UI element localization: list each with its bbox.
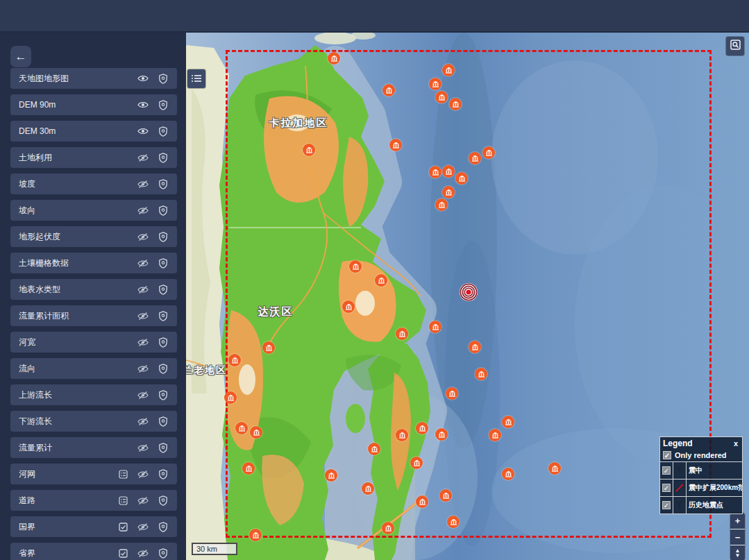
eye-off-icon[interactable] xyxy=(137,416,149,427)
pin-shield-icon[interactable] xyxy=(158,178,169,189)
earthquake-marker[interactable] xyxy=(342,300,355,313)
layer-row[interactable]: 国界 xyxy=(10,516,177,537)
earthquake-marker[interactable] xyxy=(469,152,481,164)
eye-off-icon[interactable] xyxy=(137,468,149,480)
box-zoom-button[interactable] xyxy=(726,37,744,56)
earthquake-marker[interactable] xyxy=(502,416,514,428)
eye-off-icon[interactable] xyxy=(137,337,149,348)
pin-shield-icon[interactable] xyxy=(158,284,169,295)
pin-shield-icon[interactable] xyxy=(158,389,169,400)
pin-shield-icon[interactable] xyxy=(158,416,169,427)
legend-close-icon[interactable]: x xyxy=(732,439,739,448)
layer-row[interactable]: 道路 xyxy=(10,490,177,511)
earthquake-marker[interactable] xyxy=(548,462,561,475)
earthquake-marker[interactable] xyxy=(228,354,241,366)
pin-shield-icon[interactable] xyxy=(158,521,169,532)
layer-row[interactable]: 省界 xyxy=(10,543,177,560)
earthquake-marker[interactable] xyxy=(435,91,448,103)
eye-off-icon[interactable] xyxy=(137,442,149,453)
layer-row[interactable]: DEM 30m xyxy=(10,121,177,142)
style-toggle-icon[interactable] xyxy=(117,495,128,506)
earthquake-marker[interactable] xyxy=(455,172,468,185)
earthquake-marker[interactable] xyxy=(368,443,380,455)
earthquake-marker[interactable] xyxy=(449,98,462,110)
earthquake-marker[interactable] xyxy=(416,422,428,434)
earthquake-marker[interactable] xyxy=(416,495,428,508)
layer-row[interactable]: 流量累计 xyxy=(10,437,177,458)
pin-shield-icon[interactable] xyxy=(158,363,169,374)
pin-shield-icon[interactable] xyxy=(158,205,169,216)
layer-row[interactable]: 上游流长 xyxy=(10,384,177,405)
epicenter-marker[interactable] xyxy=(458,282,479,305)
zoom-out-button[interactable]: − xyxy=(730,529,745,545)
eye-off-icon[interactable] xyxy=(137,231,149,242)
pin-shield-icon[interactable] xyxy=(158,495,169,506)
earthquake-marker[interactable] xyxy=(375,274,387,287)
style-toggle-icon[interactable] xyxy=(117,468,128,480)
map-viewport[interactable]: 卡拉加地区达沃区兰老地区 xyxy=(186,33,749,560)
pin-shield-icon[interactable] xyxy=(158,442,169,453)
earthquake-marker[interactable] xyxy=(482,146,495,159)
earthquake-marker[interactable] xyxy=(224,391,237,404)
zoom-in-button[interactable]: + xyxy=(730,513,745,529)
earthquake-marker[interactable] xyxy=(235,422,248,434)
earthquake-marker[interactable] xyxy=(502,468,514,480)
pin-shield-icon[interactable] xyxy=(158,310,169,321)
layer-row[interactable]: 河网 xyxy=(10,464,177,484)
eye-off-icon[interactable] xyxy=(137,363,149,374)
earthquake-marker[interactable] xyxy=(250,426,262,439)
earthquake-marker[interactable] xyxy=(303,144,315,156)
earthquake-marker[interactable] xyxy=(325,469,337,482)
eye-off-icon[interactable] xyxy=(137,548,149,559)
earthquake-marker[interactable] xyxy=(446,387,458,400)
earthquake-marker[interactable] xyxy=(410,457,423,469)
layer-row[interactable]: 地表水类型 xyxy=(10,279,177,300)
legend-row-checkbox[interactable]: ✓ xyxy=(662,501,671,509)
earthquake-marker[interactable] xyxy=(447,516,460,528)
pin-shield-icon[interactable] xyxy=(158,99,169,110)
earthquake-marker[interactable] xyxy=(328,52,340,65)
earthquake-marker[interactable] xyxy=(439,489,452,502)
layer-row[interactable]: 下游流长 xyxy=(10,411,177,432)
earthquake-marker[interactable] xyxy=(429,166,441,178)
earthquake-marker[interactable] xyxy=(389,139,402,151)
layer-row[interactable]: 地形起伏度 xyxy=(10,226,177,247)
earthquake-marker[interactable] xyxy=(442,165,455,178)
eye-off-icon[interactable] xyxy=(137,389,149,400)
earthquake-marker[interactable] xyxy=(442,64,455,76)
layer-row[interactable]: 流量累计面积 xyxy=(10,305,177,326)
earthquake-marker[interactable] xyxy=(349,260,362,273)
eye-icon[interactable] xyxy=(137,73,149,84)
back-button[interactable]: ← xyxy=(10,46,31,67)
pin-shield-icon[interactable] xyxy=(158,231,169,242)
earthquake-marker[interactable] xyxy=(489,429,501,441)
earthquake-marker[interactable] xyxy=(429,321,441,333)
layer-row[interactable]: 土地利用 xyxy=(10,147,177,168)
earthquake-marker[interactable] xyxy=(429,78,441,90)
earthquake-marker[interactable] xyxy=(469,341,481,353)
earthquake-marker[interactable] xyxy=(362,482,374,495)
earthquake-marker[interactable] xyxy=(396,429,408,441)
style-toggle-icon[interactable] xyxy=(117,521,128,532)
earthquake-marker[interactable] xyxy=(242,462,255,475)
legend-toggle-button[interactable] xyxy=(187,69,205,88)
earthquake-marker[interactable] xyxy=(382,84,395,96)
eye-icon[interactable] xyxy=(137,99,149,110)
eye-off-icon[interactable] xyxy=(137,495,149,506)
pin-shield-icon[interactable] xyxy=(158,548,169,559)
legend-row-checkbox[interactable]: ✓ xyxy=(662,484,671,492)
layer-row[interactable]: 流向 xyxy=(10,358,177,379)
pan-button[interactable]: ▲ ▼ xyxy=(730,545,745,560)
layer-row[interactable]: 坡度 xyxy=(10,173,177,194)
earthquake-marker[interactable] xyxy=(435,428,448,441)
earthquake-marker[interactable] xyxy=(442,186,455,198)
earthquake-marker[interactable] xyxy=(435,198,448,211)
pin-shield-icon[interactable] xyxy=(158,152,169,163)
pin-shield-icon[interactable] xyxy=(158,468,169,480)
earthquake-marker[interactable] xyxy=(396,328,408,340)
style-toggle-icon[interactable] xyxy=(117,548,128,559)
eye-off-icon[interactable] xyxy=(137,284,149,295)
eye-off-icon[interactable] xyxy=(137,152,149,163)
layer-row[interactable]: 河宽 xyxy=(10,332,177,353)
layer-row[interactable]: 天地图地形图 xyxy=(10,68,177,89)
